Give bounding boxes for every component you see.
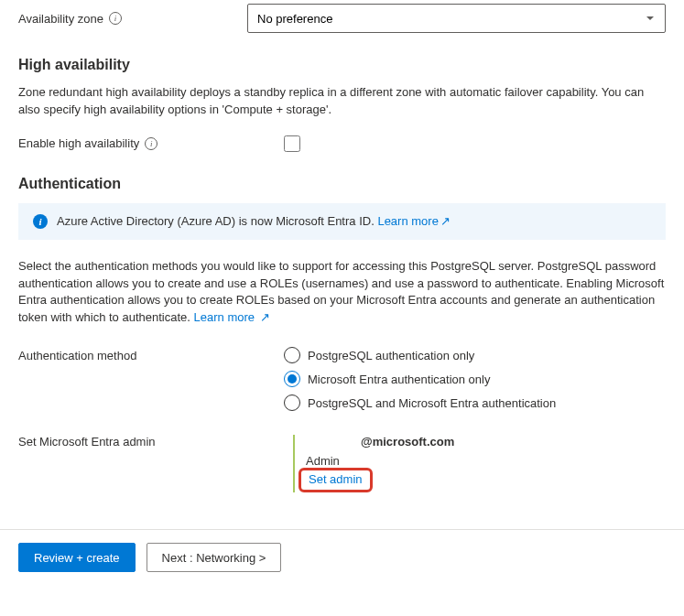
info-icon[interactable]: i	[109, 12, 122, 25]
availability-zone-label-wrap: Availability zone i	[18, 12, 247, 26]
availability-zone-select-wrap: No preference	[247, 4, 666, 33]
radio-icon	[284, 347, 300, 363]
review-create-button[interactable]: Review + create	[18, 543, 136, 572]
auth-option-entra-only[interactable]: Microsoft Entra authentication only	[284, 371, 556, 387]
high-availability-header: High availability	[18, 57, 666, 73]
auth-desc-text: Select the authentication methods you wo…	[18, 259, 664, 325]
set-admin-label: Set Microsoft Entra admin	[18, 435, 293, 448]
auth-option-label: Microsoft Entra authentication only	[308, 373, 490, 386]
enable-ha-checkbox[interactable]	[284, 135, 300, 152]
enable-ha-row: Enable high availability i	[18, 135, 666, 152]
auth-option-postgres-only[interactable]: PostgreSQL authentication only	[284, 347, 556, 363]
set-admin-highlight: Set admin	[299, 468, 373, 492]
auth-option-label: PostgreSQL and Microsoft Entra authentic…	[308, 396, 556, 410]
callout-text-wrap: Azure Active Directory (Azure AD) is now…	[57, 214, 451, 228]
auth-learn-more-link[interactable]: Learn more ↗	[194, 310, 270, 324]
admin-content: @microsoft.com Admin Set admin	[293, 435, 454, 492]
next-networking-button[interactable]: Next : Networking >	[147, 543, 282, 572]
callout-learn-more-link[interactable]: Learn more↗	[377, 214, 450, 228]
info-icon[interactable]: i	[145, 137, 157, 150]
auth-learn-more-text: Learn more	[194, 310, 255, 324]
admin-value-block: @microsoft.com Admin Set admin	[293, 435, 454, 492]
auth-method-label: Authentication method	[18, 347, 284, 362]
auth-method-row: Authentication method PostgreSQL authent…	[18, 347, 666, 411]
external-link-icon: ↗	[260, 309, 270, 327]
entra-callout: i Azure Active Directory (Azure AD) is n…	[18, 203, 666, 240]
radio-dot-icon	[288, 374, 297, 384]
external-link-icon: ↗	[440, 214, 451, 228]
auth-method-radio-group: PostgreSQL authentication only Microsoft…	[284, 347, 556, 411]
auth-option-label: PostgreSQL authentication only	[308, 349, 474, 362]
admin-domain-text: @microsoft.com	[306, 435, 454, 448]
set-admin-link[interactable]: Set admin	[309, 472, 363, 486]
availability-zone-label: Availability zone	[18, 12, 103, 26]
set-admin-row: Set Microsoft Entra admin @microsoft.com…	[18, 435, 666, 492]
auth-option-both[interactable]: PostgreSQL and Microsoft Entra authentic…	[284, 394, 556, 411]
availability-zone-select[interactable]: No preference	[247, 4, 666, 33]
admin-role-text: Admin	[306, 454, 454, 468]
authentication-description: Select the authentication methods you wo…	[18, 258, 666, 327]
enable-ha-label-wrap: Enable high availability i	[18, 136, 284, 150]
callout-text: Azure Active Directory (Azure AD) is now…	[57, 214, 375, 228]
radio-icon	[284, 394, 300, 411]
callout-link-text: Learn more	[377, 214, 438, 228]
info-icon: i	[33, 214, 48, 229]
high-availability-description: Zone redundant high availability deploys…	[18, 84, 666, 119]
enable-ha-label: Enable high availability	[18, 136, 139, 150]
footer-actions: Review + create Next : Networking >	[18, 530, 666, 585]
availability-zone-row: Availability zone i No preference	[18, 4, 666, 33]
authentication-header: Authentication	[18, 176, 666, 192]
radio-icon	[284, 371, 300, 387]
